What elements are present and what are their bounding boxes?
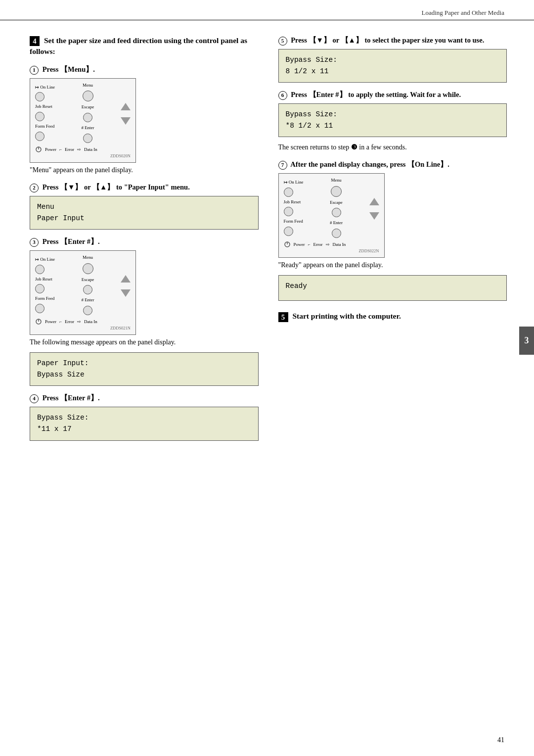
online-circle: [35, 92, 44, 101]
header-title: Loading Paper and Other Media: [421, 9, 504, 17]
panel3-row-top: ↦ On Line Job Reset Form Feed: [284, 178, 379, 238]
step7-label: 7 After the panel display changes, press…: [278, 159, 507, 170]
online-item: ↦ On Line: [35, 85, 55, 90]
panel-diagram-1: ↦ On Line Job Reset Form Feed: [30, 78, 136, 163]
jobreset-circle: [35, 112, 44, 121]
zcode2: ZDDS021N: [35, 326, 131, 331]
p3-error-icon: ⌐: [308, 242, 311, 247]
panel-left-col: ↦ On Line Job Reset Form Feed: [35, 85, 55, 141]
panel3-middle: Menu Escape # Enter: [330, 178, 343, 238]
p2-jobreset-circle: [35, 284, 44, 293]
step2-label: 2 Press 【▼】 or 【▲】 to "Paper Input" menu…: [30, 182, 259, 192]
power-icon: [35, 146, 42, 153]
p2-online-circle: [35, 265, 44, 274]
p3-jobreset-btn: [284, 207, 304, 216]
p3-online-label: ↦ On Line: [284, 180, 304, 185]
panel-arrows: [121, 101, 131, 125]
formfeed-label-item: Form Feed: [35, 124, 55, 129]
p2-enter-label: # Enter: [81, 297, 94, 303]
p3-jobreset-label: Job Reset: [284, 199, 304, 205]
note7: "Ready" appears on the panel display.: [278, 260, 507, 270]
p2-formfeed-circle: [35, 304, 44, 313]
p3-menu-circle: [331, 186, 342, 197]
p2-menu-circle: [83, 263, 93, 274]
note6: The screen returns to step ❸ in a few se…: [278, 142, 507, 152]
formfeed-circle: [35, 132, 44, 141]
jobreset-btn: [35, 112, 55, 121]
p2-formfeed-btn: [35, 304, 55, 313]
section5-title: 5 Start printing with the computer.: [278, 311, 507, 322]
page-number: 41: [497, 736, 504, 744]
panel-diagram-3: ↦ On Line Job Reset Form Feed: [278, 173, 385, 258]
p2-formfeed-text: Form Feed: [35, 296, 54, 301]
p2-jobreset-label: Job Reset: [35, 277, 55, 282]
chapter-number: 3: [519, 327, 534, 355]
step6-label: 6 Press 【Enter #】 to apply the setting. …: [278, 90, 507, 100]
p2-online-label: ↦ On Line: [35, 257, 55, 262]
p3-enter-circle: [332, 229, 341, 238]
menu-label: Menu: [83, 83, 93, 88]
section4-title: 4 Set the paper size and feed direction …: [30, 35, 259, 57]
p2-error-icon: ⌐: [59, 319, 62, 325]
p3-formfeed-text: Form Feed: [284, 219, 303, 224]
escape-label: Escape: [82, 104, 94, 110]
step3-ref: ❸: [351, 143, 357, 151]
page-content: 4 Set the paper size and feed direction …: [0, 20, 534, 468]
escape-row: Escape: [82, 104, 94, 110]
step5r-block: 5 Press 【▼】 or 【▲】 to select the paper s…: [278, 35, 507, 83]
display7: Ready: [278, 275, 507, 301]
panel-diagram-2: ↦ On Line Job Reset Form Feed: [30, 250, 136, 335]
panel2-bottom: Power ⌐ Error ⇨ Data In: [35, 318, 131, 325]
step5r-num: 5: [278, 37, 287, 46]
p2-arrow-up: [121, 275, 131, 283]
p3-formfeed-circle: [284, 227, 293, 236]
enter-label: # Enter: [81, 125, 94, 131]
arrow-up: [121, 103, 131, 110]
p2-online-item: ↦ On Line: [35, 257, 55, 262]
step1-block: 1 Press 【Menu】. ↦ On Line Job Reset: [30, 64, 259, 175]
step6-num: 6: [278, 91, 287, 100]
p2-error-label: Error: [65, 319, 74, 325]
panel2-left: ↦ On Line Job Reset Form Feed: [35, 257, 55, 313]
p2-formfeed-label: Form Feed: [35, 296, 55, 301]
display3: Paper Input:Bypass Size: [30, 352, 259, 386]
step4-block: 4 Press 【Enter #】. Bypass Size:*11 x 17: [30, 393, 259, 440]
p2-jobreset-text: Job Reset: [35, 277, 52, 282]
panel-bottom: Power ⌐ Error ⇨ Data In: [35, 146, 131, 153]
datain-icon: ⇨: [77, 147, 81, 152]
step5r-label: 5 Press 【▼】 or 【▲】 to select the paper s…: [278, 35, 507, 46]
p2-datain-icon: ⇨: [77, 319, 81, 325]
note1: "Menu" appears on the panel display.: [30, 165, 259, 175]
p3-datain-icon: ⇨: [326, 242, 330, 247]
enter-circle: [83, 134, 92, 143]
error-label: Error: [65, 147, 74, 152]
p3-online-btn: [284, 188, 304, 197]
p2-online-btn: [35, 265, 55, 274]
step3-label: 3 Press 【Enter #】.: [30, 236, 259, 247]
section5-num: 5: [278, 312, 288, 322]
panel3-bottom: Power ⌐ Error ⇨ Data In: [284, 241, 379, 248]
p2-jobreset-btn: [35, 284, 55, 293]
display5: Bypass Size:8 1/2 x 11: [278, 49, 507, 83]
menu-row: Menu: [83, 83, 93, 88]
p3-escape-circle: [332, 208, 341, 217]
left-column: 4 Set the paper size and feed direction …: [30, 35, 272, 448]
panel2-middle: Menu Escape # Enter: [81, 255, 94, 315]
escape-circle: [83, 113, 92, 122]
panel3-arrows: [369, 196, 379, 220]
formfeed-label: Form Feed: [35, 124, 54, 129]
panel-row-top: ↦ On Line Job Reset Form Feed: [35, 83, 131, 143]
online-btn: [35, 92, 55, 101]
p3-menu-label: Menu: [331, 178, 342, 183]
step2-block: 2 Press 【▼】 or 【▲】 to "Paper Input" menu…: [30, 182, 259, 230]
step4-label: 4 Press 【Enter #】.: [30, 393, 259, 403]
step1-label: 1 Press 【Menu】.: [30, 64, 259, 75]
p3-arrow-up: [369, 198, 379, 205]
jobreset-label: Job Reset: [35, 104, 52, 109]
p3-jobreset-circle: [284, 207, 293, 216]
step3-block: 3 Press 【Enter #】. ↦ On Line Job Reset: [30, 236, 259, 386]
p2-escape-label: Escape: [82, 277, 94, 283]
step3-note: The following message appears on the pan…: [30, 337, 259, 347]
panel3-left: ↦ On Line Job Reset Form Feed: [284, 180, 304, 236]
step2-num: 2: [30, 184, 39, 192]
